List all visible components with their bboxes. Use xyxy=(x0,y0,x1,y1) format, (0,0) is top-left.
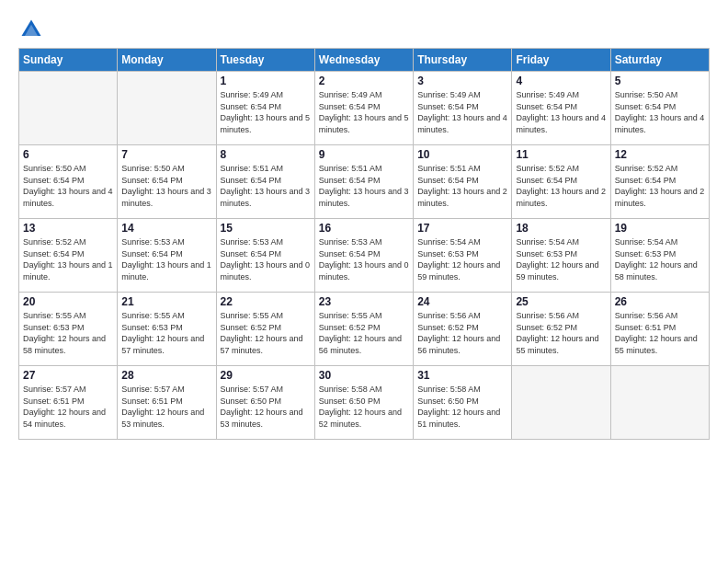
calendar-cell xyxy=(512,366,610,440)
calendar-cell: 24Sunrise: 5:56 AM Sunset: 6:52 PM Dayli… xyxy=(414,293,512,366)
day-number: 1 xyxy=(221,75,311,87)
calendar-week-3: 13Sunrise: 5:52 AM Sunset: 6:54 PM Dayli… xyxy=(19,219,710,293)
calendar-cell: 21Sunrise: 5:55 AM Sunset: 6:53 PM Dayli… xyxy=(118,293,216,366)
day-number: 11 xyxy=(516,148,606,161)
logo xyxy=(18,17,48,42)
day-number: 5 xyxy=(615,75,705,87)
weekday-header-monday: Monday xyxy=(118,49,216,72)
calendar-cell: 8Sunrise: 5:51 AM Sunset: 6:54 PM Daylig… xyxy=(216,145,314,219)
calendar-cell: 7Sunrise: 5:50 AM Sunset: 6:54 PM Daylig… xyxy=(118,145,216,219)
calendar-cell: 28Sunrise: 5:57 AM Sunset: 6:51 PM Dayli… xyxy=(118,366,216,440)
day-info: Sunrise: 5:58 AM Sunset: 6:50 PM Dayligh… xyxy=(319,384,409,430)
calendar-cell: 10Sunrise: 5:51 AM Sunset: 6:54 PM Dayli… xyxy=(414,145,512,219)
day-info: Sunrise: 5:55 AM Sunset: 6:52 PM Dayligh… xyxy=(319,310,409,356)
calendar-cell: 12Sunrise: 5:52 AM Sunset: 6:54 PM Dayli… xyxy=(610,145,709,219)
day-number: 3 xyxy=(417,75,507,87)
calendar-cell: 31Sunrise: 5:58 AM Sunset: 6:50 PM Dayli… xyxy=(414,366,512,440)
day-number: 22 xyxy=(221,295,311,308)
day-number: 27 xyxy=(23,369,113,382)
weekday-header-tuesday: Tuesday xyxy=(216,49,314,72)
day-info: Sunrise: 5:55 AM Sunset: 6:53 PM Dayligh… xyxy=(121,310,211,356)
day-number: 20 xyxy=(23,295,113,308)
calendar-cell: 18Sunrise: 5:54 AM Sunset: 6:53 PM Dayli… xyxy=(512,219,610,293)
day-info: Sunrise: 5:55 AM Sunset: 6:53 PM Dayligh… xyxy=(23,310,113,356)
day-number: 15 xyxy=(221,222,311,235)
day-number: 16 xyxy=(319,222,409,235)
calendar-cell: 17Sunrise: 5:54 AM Sunset: 6:53 PM Dayli… xyxy=(414,219,512,293)
calendar-cell: 6Sunrise: 5:50 AM Sunset: 6:54 PM Daylig… xyxy=(19,145,118,219)
weekday-header-sunday: Sunday xyxy=(19,49,118,72)
day-info: Sunrise: 5:52 AM Sunset: 6:54 PM Dayligh… xyxy=(516,163,606,209)
day-info: Sunrise: 5:52 AM Sunset: 6:54 PM Dayligh… xyxy=(615,163,705,209)
calendar-cell: 27Sunrise: 5:57 AM Sunset: 6:51 PM Dayli… xyxy=(19,366,118,440)
calendar-cell: 26Sunrise: 5:56 AM Sunset: 6:51 PM Dayli… xyxy=(610,293,709,366)
calendar-cell: 25Sunrise: 5:56 AM Sunset: 6:52 PM Dayli… xyxy=(512,293,610,366)
day-info: Sunrise: 5:49 AM Sunset: 6:54 PM Dayligh… xyxy=(221,89,311,135)
calendar-cell: 19Sunrise: 5:54 AM Sunset: 6:53 PM Dayli… xyxy=(610,219,709,293)
calendar-cell: 3Sunrise: 5:49 AM Sunset: 6:54 PM Daylig… xyxy=(414,72,512,145)
day-number: 9 xyxy=(319,148,409,161)
calendar-week-4: 20Sunrise: 5:55 AM Sunset: 6:53 PM Dayli… xyxy=(19,293,710,366)
day-number: 28 xyxy=(121,369,211,382)
day-info: Sunrise: 5:50 AM Sunset: 6:54 PM Dayligh… xyxy=(615,89,705,135)
day-info: Sunrise: 5:49 AM Sunset: 6:54 PM Dayligh… xyxy=(417,89,507,135)
weekday-header-row: SundayMondayTuesdayWednesdayThursdayFrid… xyxy=(19,49,710,72)
day-info: Sunrise: 5:54 AM Sunset: 6:53 PM Dayligh… xyxy=(417,236,507,282)
day-number: 6 xyxy=(23,148,113,161)
day-number: 31 xyxy=(417,369,507,382)
day-info: Sunrise: 5:51 AM Sunset: 6:54 PM Dayligh… xyxy=(319,163,409,209)
day-number: 29 xyxy=(221,369,311,382)
calendar-week-1: 1Sunrise: 5:49 AM Sunset: 6:54 PM Daylig… xyxy=(19,72,710,145)
weekday-header-wednesday: Wednesday xyxy=(314,49,413,72)
day-info: Sunrise: 5:57 AM Sunset: 6:51 PM Dayligh… xyxy=(23,384,113,430)
calendar-cell: 5Sunrise: 5:50 AM Sunset: 6:54 PM Daylig… xyxy=(610,72,709,145)
logo-icon xyxy=(18,17,44,42)
day-number: 13 xyxy=(23,222,113,235)
day-info: Sunrise: 5:56 AM Sunset: 6:52 PM Dayligh… xyxy=(417,310,507,356)
day-info: Sunrise: 5:52 AM Sunset: 6:54 PM Dayligh… xyxy=(23,236,113,282)
day-number: 17 xyxy=(417,222,507,235)
day-number: 4 xyxy=(516,75,606,87)
day-number: 8 xyxy=(221,148,311,161)
calendar-cell: 14Sunrise: 5:53 AM Sunset: 6:54 PM Dayli… xyxy=(118,219,216,293)
day-number: 23 xyxy=(319,295,409,308)
day-info: Sunrise: 5:54 AM Sunset: 6:53 PM Dayligh… xyxy=(516,236,606,282)
calendar-cell: 23Sunrise: 5:55 AM Sunset: 6:52 PM Dayli… xyxy=(314,293,413,366)
calendar-header: SundayMondayTuesdayWednesdayThursdayFrid… xyxy=(19,49,710,72)
weekday-header-thursday: Thursday xyxy=(414,49,512,72)
day-number: 26 xyxy=(615,295,705,308)
calendar-cell xyxy=(19,72,118,145)
day-number: 30 xyxy=(319,369,409,382)
calendar-cell: 20Sunrise: 5:55 AM Sunset: 6:53 PM Dayli… xyxy=(19,293,118,366)
day-info: Sunrise: 5:53 AM Sunset: 6:54 PM Dayligh… xyxy=(121,236,211,282)
calendar-week-2: 6Sunrise: 5:50 AM Sunset: 6:54 PM Daylig… xyxy=(19,145,710,219)
day-number: 21 xyxy=(121,295,211,308)
calendar-cell: 4Sunrise: 5:49 AM Sunset: 6:54 PM Daylig… xyxy=(512,72,610,145)
day-number: 18 xyxy=(516,222,606,235)
day-number: 2 xyxy=(319,75,409,87)
calendar-table: SundayMondayTuesdayWednesdayThursdayFrid… xyxy=(18,48,710,440)
day-number: 14 xyxy=(121,222,211,235)
day-info: Sunrise: 5:53 AM Sunset: 6:54 PM Dayligh… xyxy=(221,236,311,282)
day-number: 24 xyxy=(417,295,507,308)
day-info: Sunrise: 5:51 AM Sunset: 6:54 PM Dayligh… xyxy=(221,163,311,209)
calendar-cell xyxy=(610,366,709,440)
day-info: Sunrise: 5:50 AM Sunset: 6:54 PM Dayligh… xyxy=(121,163,211,209)
calendar-cell xyxy=(118,72,216,145)
calendar-cell: 9Sunrise: 5:51 AM Sunset: 6:54 PM Daylig… xyxy=(314,145,413,219)
calendar-cell: 13Sunrise: 5:52 AM Sunset: 6:54 PM Dayli… xyxy=(19,219,118,293)
calendar-cell: 1Sunrise: 5:49 AM Sunset: 6:54 PM Daylig… xyxy=(216,72,314,145)
day-number: 10 xyxy=(417,148,507,161)
calendar-cell: 2Sunrise: 5:49 AM Sunset: 6:54 PM Daylig… xyxy=(314,72,413,145)
calendar-week-5: 27Sunrise: 5:57 AM Sunset: 6:51 PM Dayli… xyxy=(19,366,710,440)
calendar-cell: 11Sunrise: 5:52 AM Sunset: 6:54 PM Dayli… xyxy=(512,145,610,219)
calendar-cell: 16Sunrise: 5:53 AM Sunset: 6:54 PM Dayli… xyxy=(314,219,413,293)
day-info: Sunrise: 5:49 AM Sunset: 6:54 PM Dayligh… xyxy=(516,89,606,135)
calendar-cell: 22Sunrise: 5:55 AM Sunset: 6:52 PM Dayli… xyxy=(216,293,314,366)
day-info: Sunrise: 5:51 AM Sunset: 6:54 PM Dayligh… xyxy=(417,163,507,209)
day-info: Sunrise: 5:56 AM Sunset: 6:52 PM Dayligh… xyxy=(516,310,606,356)
weekday-header-saturday: Saturday xyxy=(610,49,709,72)
day-number: 25 xyxy=(516,295,606,308)
day-info: Sunrise: 5:54 AM Sunset: 6:53 PM Dayligh… xyxy=(615,236,705,282)
header xyxy=(18,17,710,42)
